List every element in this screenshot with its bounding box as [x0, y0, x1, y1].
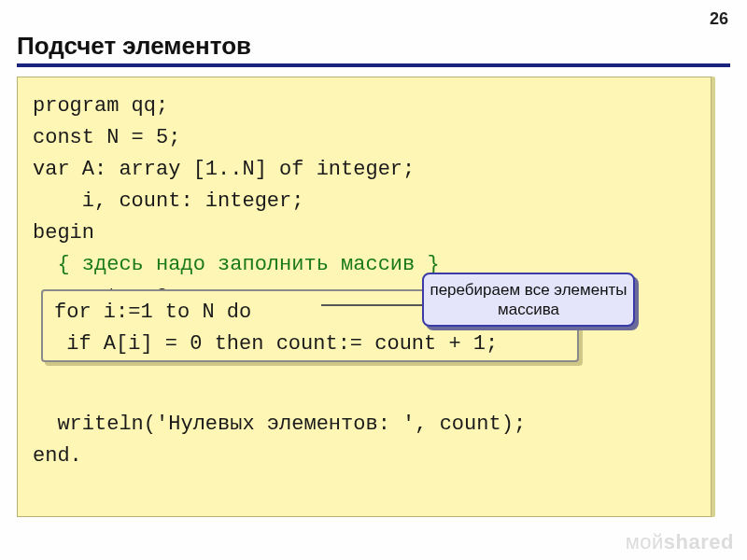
title-underline — [17, 63, 730, 67]
code-line: writeln('Нулевых элементов: ', count); — [33, 409, 696, 441]
watermark: мойshared — [626, 530, 734, 554]
code-line: if A[i] = 0 then count:= count + 1; — [54, 329, 566, 360]
code-line — [33, 377, 696, 409]
watermark-part2: shared — [664, 530, 734, 553]
code-line: end. — [33, 441, 696, 472]
code-line: begin — [33, 217, 696, 249]
code-line: var A: array [1..N] of integer; — [33, 154, 696, 186]
page-number: 26 — [710, 9, 728, 29]
watermark-part1: мой — [626, 530, 664, 553]
annotation-callout: перебираем все элементы массива — [422, 273, 635, 327]
code-line: program qq; — [33, 91, 696, 122]
code-line: const N = 5; — [33, 122, 696, 154]
slide-title: Подсчет элементов — [17, 32, 251, 61]
callout-connector — [321, 304, 424, 306]
code-line: i, count: integer; — [33, 186, 696, 217]
